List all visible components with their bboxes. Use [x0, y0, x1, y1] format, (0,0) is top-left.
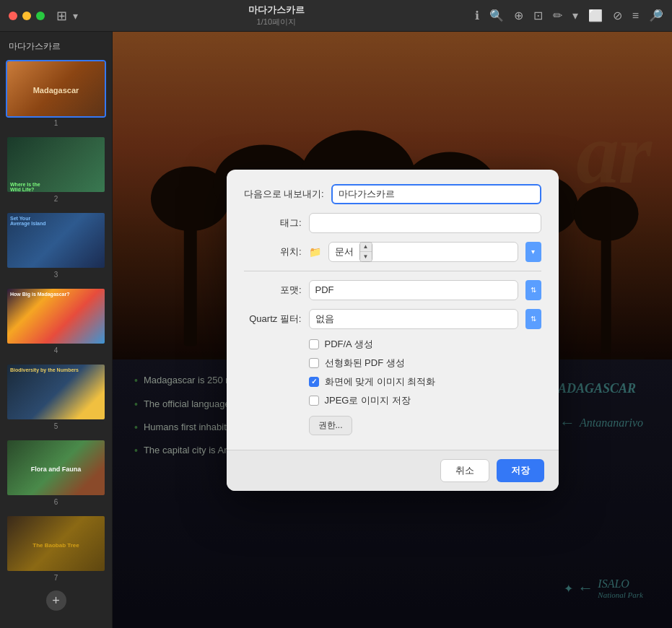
checkbox-linear-label: 선형화된 PDF 생성 [325, 357, 405, 370]
format-select[interactable]: PDF [309, 280, 518, 300]
slide4-thumb-text: How Big is Madagascar? [7, 289, 105, 300]
save-to-label: 다음으로 내보내기: [244, 188, 324, 201]
filename-row: 다음으로 내보내기: [244, 184, 541, 204]
titlebar: ⊞ ▾ 마다가스카르 1/10페이지 ℹ 🔍 ⊕ ⊡ ✏ ▾ ⬜ ⊘ ≡ 🔎 [0, 0, 672, 32]
shape-icon[interactable]: ⬜ [588, 9, 603, 22]
zoom-out-icon[interactable]: 🔍 [489, 9, 504, 22]
slide1-thumb-text: Madagascar [33, 86, 79, 95]
page-indicator: 1/10페이지 [257, 17, 296, 27]
save-dialog: 다음으로 내보내기: 태그: 위치: 📁 [227, 170, 559, 491]
slide-number-5: 5 [6, 422, 106, 430]
add-slide-button[interactable]: + [46, 590, 66, 611]
checkbox-row-2: 선형화된 PDF 생성 [244, 357, 541, 370]
format-arrow-button[interactable]: ⇅ [525, 280, 541, 300]
quartz-arrow-button[interactable]: ⇅ [525, 309, 541, 329]
location-row: 위치: 📁 문서 ▲ ▼ ▾ [244, 242, 541, 262]
checkbox-row-4: JPEG로 이미지 저장 [244, 394, 541, 407]
checkbox-row-3: 화면에 맞게 이미지 최적화 [244, 375, 541, 388]
search-icon[interactable]: 🔎 [649, 9, 663, 22]
main-layout: 마다가스카르 Madagascar 1 Where Is theWild Lif… [0, 32, 672, 628]
sidebar-item[interactable]: How Big is Madagascar? 4 [6, 287, 106, 357]
sidebar-toggle-icon[interactable]: ⊞ [56, 8, 67, 24]
document-title: 마다가스카르 [248, 4, 305, 17]
tag-label: 태그: [244, 217, 302, 230]
format-value: PDF [315, 284, 334, 295]
text-icon[interactable]: ≡ [632, 9, 639, 22]
quartz-select[interactable]: 없음 [309, 309, 518, 329]
checkbox-pdfa[interactable] [309, 339, 319, 349]
sidebar-item[interactable]: Flora and Fauna 6 [6, 439, 106, 509]
filename-input[interactable] [331, 184, 541, 204]
slide-number-4: 4 [6, 346, 106, 354]
zoom-in-icon[interactable]: ⊕ [514, 9, 523, 22]
chevron-down-icon[interactable]: ▾ [73, 10, 78, 22]
slide-number-3: 3 [6, 271, 106, 279]
checkbox-optimize[interactable] [309, 377, 319, 387]
chevron-up-down-icon-2: ⇅ [531, 315, 536, 323]
slide7-thumb-text: The Baobab Tree [32, 542, 79, 549]
close-button[interactable] [9, 12, 17, 20]
slide6-thumb-text: Flora and Fauna [31, 466, 82, 473]
location-select[interactable]: 문서 ▲ ▼ [328, 242, 518, 262]
location-expand-button[interactable]: ▾ [525, 242, 541, 262]
slide5-thumb-text: Biodiversity by the Numbers [7, 365, 105, 375]
quartz-row: Quartz 필터: 없음 ⇅ [244, 309, 541, 329]
tag-row: 태그: [244, 213, 541, 233]
slide2-thumb-text: Where Is theWild Life? [10, 182, 102, 192]
tag-input[interactable] [309, 213, 541, 233]
slide3-thumb-text: Set YourAverage Island [7, 213, 105, 229]
sidebar: 마다가스카르 Madagascar 1 Where Is theWild Lif… [0, 32, 113, 628]
checkbox-pdfa-label: PDF/A 생성 [325, 338, 373, 351]
dialog-divider [244, 271, 541, 271]
quartz-value: 없음 [315, 313, 334, 326]
annotation-icon[interactable]: ⊘ [613, 9, 622, 22]
sidebar-item[interactable]: Where Is theWild Life? 2 [6, 136, 106, 206]
sidebar-item[interactable]: Set YourAverage Island 3 [6, 211, 106, 282]
checkbox-linear[interactable] [309, 358, 319, 368]
dialog-overlay: 다음으로 내보내기: 태그: 위치: 📁 [113, 32, 672, 628]
sidebar-item[interactable]: The Baobab Tree 7 [6, 515, 106, 585]
format-label: 포맷: [244, 284, 302, 297]
location-label: 위치: [244, 245, 302, 258]
slide-number-2: 2 [6, 195, 106, 203]
toolbar-icons: ℹ 🔍 ⊕ ⊡ ✏ ▾ ⬜ ⊘ ≡ 🔎 [475, 9, 663, 22]
traffic-lights [9, 12, 45, 20]
sidebar-document-title: 마다가스카르 [6, 40, 106, 53]
dropdown-icon[interactable]: ▾ [572, 9, 578, 22]
slide-canvas: ar • Madagascar is 250 miles from the co… [113, 32, 672, 628]
checkbox-optimize-label: 화면에 맞게 이미지 최적화 [325, 375, 436, 388]
checkbox-jpeg[interactable] [309, 396, 319, 406]
titlebar-center: 마다가스카르 1/10페이지 [84, 4, 469, 27]
format-row: 포맷: PDF ⇅ [244, 280, 541, 300]
sidebar-item[interactable]: Madagascar 1 [6, 60, 106, 130]
stepper-down-button[interactable]: ▼ [360, 252, 372, 261]
sidebar-item[interactable]: Biodiversity by the Numbers 5 [6, 363, 106, 433]
chevron-up-down-icon: ⇅ [531, 286, 536, 294]
fit-page-icon[interactable]: ⊡ [533, 9, 543, 22]
save-button[interactable]: 저장 [497, 459, 544, 482]
dialog-body: 다음으로 내보내기: 태그: 위치: 📁 [227, 170, 559, 450]
folder-icon: 📁 [309, 246, 321, 258]
location-stepper[interactable]: ▲ ▼ [359, 242, 372, 262]
dialog-footer: 취소 저장 [227, 450, 559, 491]
quartz-label: Quartz 필터: [244, 313, 302, 326]
minimize-button[interactable] [22, 12, 31, 20]
checkbox-jpeg-label: JPEG로 이미지 저장 [325, 394, 411, 407]
slide-number-7: 7 [6, 574, 106, 582]
pen-icon[interactable]: ✏ [553, 9, 562, 22]
location-value: 문서 [335, 245, 354, 258]
folder-icon-wrap: 📁 [309, 246, 321, 258]
slide-number-6: 6 [6, 498, 106, 506]
slide-number-1: 1 [6, 119, 106, 127]
checkbox-row-1: PDF/A 생성 [244, 338, 541, 351]
info-icon[interactable]: ℹ [475, 9, 479, 22]
maximize-button[interactable] [36, 12, 45, 20]
permissions-button[interactable]: 권한... [309, 416, 352, 435]
cancel-button[interactable]: 취소 [440, 459, 489, 482]
stepper-up-button[interactable]: ▲ [360, 243, 372, 253]
